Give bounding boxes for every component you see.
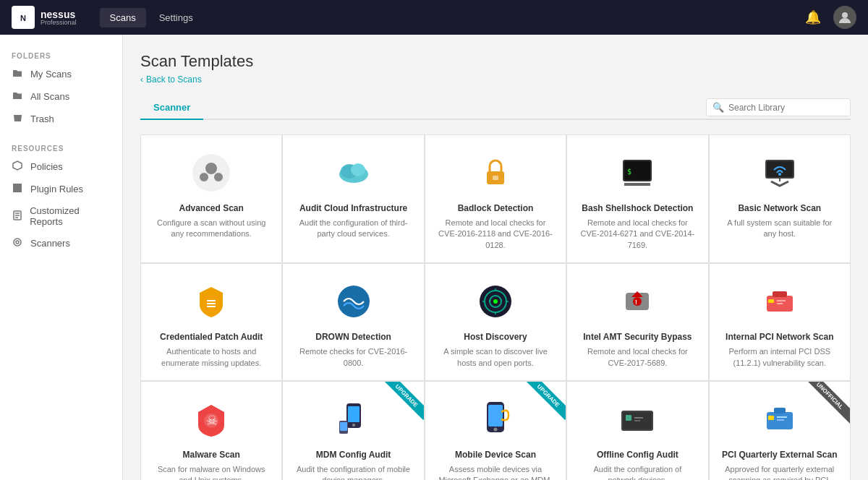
sidebar-item-trash[interactable]: Trash xyxy=(0,108,122,130)
template-icon-badlock xyxy=(472,150,519,196)
svg-point-20 xyxy=(351,163,365,176)
folders-label: FOLDERS xyxy=(0,46,122,63)
template-desc-basic-network: A full system scan suitable for any host… xyxy=(721,218,838,240)
svg-text:$: $ xyxy=(627,168,631,176)
template-title-intel-amt: Intel AMT Security Bypass xyxy=(583,332,692,342)
template-title-mdm-config: MDM Config Audit xyxy=(316,450,391,460)
svg-text:!: ! xyxy=(635,299,637,306)
unofficial-badge: UNOFFICIAL xyxy=(807,382,850,425)
template-icon-mobile-device xyxy=(472,396,519,442)
search-input[interactable] xyxy=(728,103,837,113)
template-card-basic-network[interactable]: Basic Network Scan A full system scan su… xyxy=(710,135,850,262)
template-icon-advanced-scan xyxy=(188,150,234,196)
template-icon-offline-config xyxy=(614,396,660,442)
template-card-mobile-device[interactable]: UPGRADE Mobile Device Scan Assess mobile… xyxy=(425,382,566,480)
resources-label: RESOURCES xyxy=(0,139,122,155)
notifications-bell[interactable]: 🔔 xyxy=(801,6,825,29)
reports-icon xyxy=(12,210,22,223)
sidebar-item-scanners[interactable]: Scanners xyxy=(0,232,122,254)
tab-scanner[interactable]: Scanner xyxy=(140,96,203,120)
sidebar-item-customized-reports[interactable]: Customized Reports xyxy=(0,200,122,232)
app-subtitle: Professional xyxy=(41,19,77,26)
scanners-icon xyxy=(12,237,23,249)
sidebar-all-scans-label: All Scans xyxy=(30,91,69,102)
template-desc-drown: Remote checks for CVE-2016-0800. xyxy=(294,346,412,369)
back-link[interactable]: ‹ Back to Scans xyxy=(140,74,202,85)
template-card-intel-amt[interactable]: ! Intel AMT Security Bypass Remote and l… xyxy=(567,264,707,380)
template-card-bash-shellshock[interactable]: $ Bash Shellshock Detection Remote and l… xyxy=(567,135,707,262)
template-title-internal-pci: Internal PCI Network Scan xyxy=(726,332,833,342)
svg-point-13 xyxy=(16,241,19,244)
policies-icon xyxy=(12,160,23,173)
main-content: Scan Templates ‹ Back to Scans Scanner 🔍… xyxy=(123,35,868,480)
template-title-basic-network: Basic Network Scan xyxy=(738,203,821,213)
template-desc-pci-quarterly: Approved for quarterly external scanning… xyxy=(721,464,838,480)
svg-point-2 xyxy=(842,12,848,18)
svg-rect-5 xyxy=(17,184,22,188)
template-title-bash-shellshock: Bash Shellshock Detection xyxy=(582,203,693,213)
svg-marker-3 xyxy=(13,161,22,170)
template-desc-mobile-device: Assess mobile devices via Microsoft Exch… xyxy=(437,464,554,480)
svg-rect-7 xyxy=(17,188,22,192)
template-card-credentialed-patch[interactable]: Credentialed Patch Audit Authenticate to… xyxy=(141,264,281,380)
sidebar-item-all-scans[interactable]: All Scans xyxy=(0,85,122,108)
sidebar: FOLDERS My Scans All Scans Trash RESOURC… xyxy=(0,35,123,480)
svg-rect-57 xyxy=(340,422,347,431)
template-card-audit-cloud[interactable]: Audit Cloud Infrastructure Audit the con… xyxy=(283,135,423,262)
sidebar-trash-label: Trash xyxy=(30,113,54,124)
sidebar-item-policies[interactable]: Policies xyxy=(0,155,122,178)
sidebar-policies-label: Policies xyxy=(30,161,63,172)
template-card-pci-quarterly[interactable]: UNOFFICIAL PCI Quarterly External Scan A… xyxy=(710,382,850,480)
svg-rect-59 xyxy=(488,405,503,427)
template-title-mobile-device: Mobile Device Scan xyxy=(455,450,536,460)
app-logo[interactable]: N nessus Professional xyxy=(12,6,77,29)
user-avatar[interactable] xyxy=(833,6,856,29)
svg-point-16 xyxy=(200,173,208,181)
template-title-malware-scan: Malware Scan xyxy=(183,450,240,460)
template-card-internal-pci[interactable]: Internal PCI Network Scan Perform an int… xyxy=(710,264,850,380)
template-card-advanced-scan[interactable]: Advanced Scan Configure a scan without u… xyxy=(141,135,281,262)
sidebar-plugin-rules-label: Plugin Rules xyxy=(30,184,83,194)
folder-icon-all xyxy=(12,90,23,103)
template-card-host-discovery[interactable]: Host Discovery A simple scan to discover… xyxy=(425,264,566,380)
upgrade-badge-text: UPGRADE xyxy=(382,382,424,420)
svg-point-17 xyxy=(214,173,223,181)
chevron-left-icon: ‹ xyxy=(140,74,143,85)
search-box: 🔍 xyxy=(706,98,851,116)
upgrade-badge: UPGRADE xyxy=(522,382,566,425)
template-desc-internal-pci: Perform an internal PCI DSS (11.2.1) vul… xyxy=(721,346,838,369)
sidebar-scanners-label: Scanners xyxy=(30,238,70,249)
sidebar-item-my-scans[interactable]: My Scans xyxy=(0,63,122,85)
page-title: Scan Templates xyxy=(140,52,851,71)
search-icon: 🔍 xyxy=(712,102,724,113)
svg-point-38 xyxy=(493,299,498,304)
svg-rect-32 xyxy=(207,306,216,307)
upgrade-badge-text: UPGRADE xyxy=(524,382,566,420)
template-card-mdm-config[interactable]: UPGRADE MDM Config Audit Audit the confi… xyxy=(283,382,423,480)
sidebar-item-plugin-rules[interactable]: Plugin Rules xyxy=(0,178,122,200)
svg-rect-50 xyxy=(773,291,787,297)
svg-rect-31 xyxy=(207,303,216,304)
sidebar-my-scans-label: My Scans xyxy=(30,69,72,80)
svg-rect-6 xyxy=(13,188,17,192)
template-card-offline-config[interactable]: Offline Config Audit Audit the configura… xyxy=(567,382,707,480)
topnav-settings[interactable]: Settings xyxy=(149,8,203,27)
template-card-malware-scan[interactable]: ☠ Malware Scan Scan for malware on Windo… xyxy=(141,382,281,480)
template-desc-mdm-config: Audit the configuration of mobile device… xyxy=(294,464,412,480)
unofficial-badge-text: UNOFFICIAL xyxy=(807,382,850,424)
topnav-actions: 🔔 xyxy=(801,6,856,29)
template-icon-internal-pci xyxy=(757,278,803,325)
svg-point-30 xyxy=(778,173,781,176)
template-desc-bash-shellshock: Remote and local checks for CVE-2014-627… xyxy=(579,218,696,251)
template-card-badlock[interactable]: Badlock Detection Remote and local check… xyxy=(425,135,566,262)
svg-rect-67 xyxy=(768,416,774,420)
topnav-links: Scans Settings xyxy=(100,8,801,27)
template-desc-badlock: Remote and local checks for CVE-2016-211… xyxy=(437,218,554,251)
topnav: N nessus Professional Scans Settings 🔔 xyxy=(0,0,868,35)
template-icon-credentialed-patch xyxy=(188,278,234,325)
template-card-drown[interactable]: DROWN Detection Remote checks for CVE-20… xyxy=(283,264,423,380)
template-desc-offline-config: Audit the configuration of network devic… xyxy=(579,464,696,480)
template-desc-advanced-scan: Configure a scan without using any recom… xyxy=(153,218,270,240)
svg-rect-33 xyxy=(207,300,216,301)
topnav-scans[interactable]: Scans xyxy=(100,8,146,27)
